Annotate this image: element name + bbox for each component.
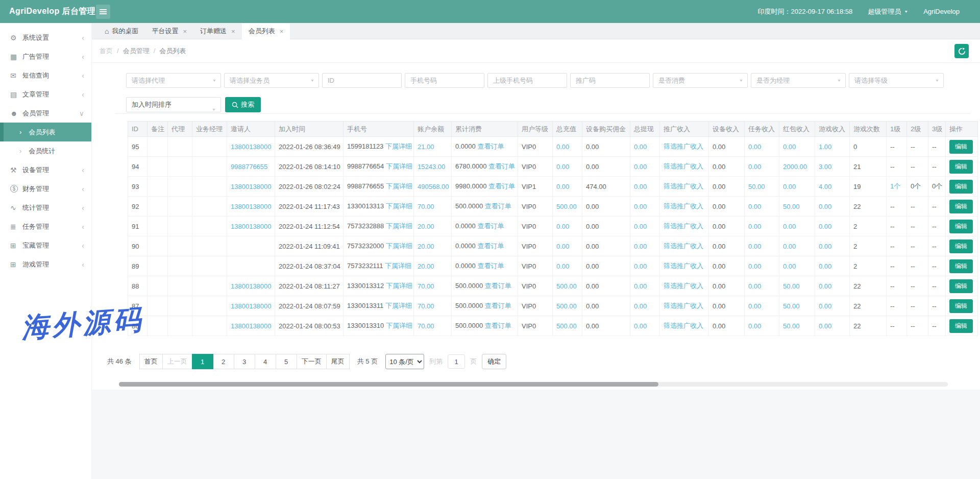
id-input[interactable]	[322, 73, 402, 88]
cell-total-recharge[interactable]: 0.00	[553, 157, 582, 177]
horizontal-scrollbar-thumb[interactable]	[119, 382, 658, 387]
cell-redpacket-income[interactable]: 0.00	[779, 177, 815, 197]
cell-total-recharge[interactable]: 500.00	[553, 316, 582, 336]
page-number-button[interactable]: 3	[234, 354, 255, 369]
cell-total-withdraw[interactable]: 0.00	[630, 177, 660, 197]
subordinate-detail-link[interactable]: 下属详细	[386, 162, 412, 170]
horizontal-scrollbar-track[interactable]	[119, 382, 948, 387]
cell-task-income[interactable]: 0.00	[745, 316, 779, 336]
inviter-link[interactable]: 13800138000	[227, 276, 275, 296]
edit-button[interactable]: 编辑	[949, 140, 973, 154]
sidebar-item-ad-management[interactable]: ▦ 广告管理 ‹	[0, 47, 91, 66]
cell-total-withdraw[interactable]: 0.00	[630, 276, 660, 296]
cell-balance[interactable]: 70.00	[414, 296, 452, 316]
cell-task-income[interactable]: 50.00	[745, 177, 779, 197]
inviter-link[interactable]: 9988776655	[227, 157, 275, 177]
cell-total-withdraw[interactable]: 0.00	[630, 137, 660, 157]
cell-game-income[interactable]: 0.00	[815, 217, 850, 236]
collapse-sidebar-button[interactable]	[96, 5, 110, 19]
cell-balance[interactable]: 20.00	[414, 217, 452, 236]
sidebar-subitem-member-list[interactable]: › 会员列表	[0, 123, 91, 141]
cell-task-income[interactable]: 0.00	[745, 276, 779, 296]
cell-game-income[interactable]: 3.00	[815, 157, 850, 177]
cell-total-withdraw[interactable]: 0.00	[630, 157, 660, 177]
page-size-select[interactable]: 10 条/页	[385, 354, 424, 369]
subordinate-detail-link[interactable]: 下属详细	[386, 222, 412, 230]
promo-code-input[interactable]	[570, 73, 650, 88]
search-button[interactable]: 搜索	[225, 97, 261, 112]
view-order-link[interactable]: 查看订单	[488, 162, 515, 170]
sidebar-subitem-member-stats[interactable]: › 会员统计	[0, 141, 91, 160]
view-order-link[interactable]: 查看订单	[485, 322, 511, 329]
goto-page-input[interactable]	[448, 354, 465, 369]
cell-total-recharge[interactable]: 500.00	[553, 296, 582, 316]
cell-redpacket-income[interactable]: 2000.00	[779, 157, 815, 177]
page-number-button[interactable]: 4	[255, 354, 276, 369]
view-order-link[interactable]: 查看订单	[477, 242, 504, 250]
refresh-button[interactable]	[954, 44, 969, 58]
edit-button[interactable]: 编辑	[949, 299, 973, 313]
tab-platform-settings[interactable]: 平台设置 ×	[145, 23, 193, 39]
cell-balance[interactable]: 20.00	[414, 236, 452, 256]
cell-task-income[interactable]: 0.00	[745, 296, 779, 316]
cell-game-income[interactable]: 0.00	[815, 296, 850, 316]
consume-select[interactable]	[653, 73, 748, 88]
cell-balance[interactable]: 15243.00	[414, 157, 452, 177]
edit-button[interactable]: 编辑	[949, 200, 973, 213]
view-order-link[interactable]: 查看订单	[485, 202, 511, 210]
sidebar-item-device-management[interactable]: ⚒ 设备管理 ‹	[0, 160, 91, 179]
view-order-link[interactable]: 查看订单	[485, 282, 511, 290]
cell-task-income[interactable]: 0.00	[745, 197, 779, 217]
cell-game-income[interactable]: 0.00	[815, 276, 850, 296]
view-order-link[interactable]: 查看订单	[477, 262, 504, 270]
sidebar-item-treasure-management[interactable]: ⊞ 宝藏管理 ‹	[0, 236, 91, 255]
sidebar-item-finance-management[interactable]: $ 财务管理 ‹	[0, 179, 91, 198]
is-manager-select[interactable]	[751, 73, 846, 88]
sidebar-item-member-management[interactable]: ☻ 会员管理 ∨	[0, 104, 91, 123]
cell-total-withdraw[interactable]: 0.00	[630, 236, 660, 256]
cell-task-income[interactable]: 0.00	[745, 137, 779, 157]
cell-total-recharge[interactable]: 500.00	[553, 276, 582, 296]
cell-total-withdraw[interactable]: 0.00	[630, 316, 660, 336]
subordinate-detail-link[interactable]: 下属详细	[386, 322, 412, 329]
page-number-button[interactable]: 2	[213, 354, 234, 369]
edit-button[interactable]: 编辑	[949, 240, 973, 253]
cell-redpacket-income[interactable]: 50.00	[779, 197, 815, 217]
cell-task-income[interactable]: 0.00	[745, 217, 779, 236]
subordinate-detail-link[interactable]: 下属详细	[386, 282, 412, 290]
brand-link[interactable]: AgriDevelop	[923, 8, 960, 15]
close-icon[interactable]: ×	[183, 28, 187, 35]
filter-promo-income-link[interactable]: 筛选推广收入	[664, 302, 703, 309]
filter-promo-income-link[interactable]: 筛选推广收入	[664, 262, 703, 270]
cell-balance[interactable]: 70.00	[414, 276, 452, 296]
cell-total-recharge[interactable]: 0.00	[553, 256, 582, 276]
cell-total-recharge[interactable]: 0.00	[553, 236, 582, 256]
view-order-link[interactable]: 查看订单	[485, 302, 511, 309]
filter-promo-income-link[interactable]: 筛选推广收入	[664, 282, 703, 290]
agent-select[interactable]	[126, 73, 221, 88]
subordinate-detail-link[interactable]: 下属详细	[385, 302, 412, 309]
filter-promo-income-link[interactable]: 筛选推广收入	[664, 322, 703, 329]
inviter-link[interactable]: 13800138000	[227, 217, 275, 236]
cell-balance[interactable]: 70.00	[414, 197, 452, 217]
page-number-button[interactable]: 1	[192, 354, 213, 369]
close-icon[interactable]: ×	[231, 28, 235, 35]
subordinate-detail-link[interactable]: 下属详细	[385, 262, 411, 270]
cell-total-recharge[interactable]: 500.00	[553, 197, 582, 217]
cell-redpacket-income[interactable]: 50.00	[779, 296, 815, 316]
edit-button[interactable]: 编辑	[949, 180, 973, 194]
cell-game-income[interactable]: 4.00	[815, 177, 850, 197]
sidebar-item-game-management[interactable]: ⊞ 游戏管理 ‹	[0, 255, 91, 274]
inviter-link[interactable]: 13800138000	[227, 177, 275, 197]
edit-button[interactable]: 编辑	[949, 259, 973, 273]
cell-balance[interactable]: 70.00	[414, 316, 452, 336]
sort-select[interactable]: 加入时间排序 ▼	[126, 97, 221, 112]
cell-game-income[interactable]: 0.00	[815, 197, 850, 217]
filter-promo-income-link[interactable]: 筛选推广收入	[664, 182, 703, 190]
last-page-button[interactable]: 尾页	[326, 354, 350, 369]
inviter-link[interactable]	[227, 236, 275, 256]
sidebar-item-task-management[interactable]: ≣ 任务管理 ‹	[0, 217, 91, 236]
cell-total-withdraw[interactable]: 0.00	[630, 296, 660, 316]
filter-promo-income-link[interactable]: 筛选推广收入	[664, 202, 703, 210]
breadcrumb-home[interactable]: 首页	[100, 46, 113, 56]
